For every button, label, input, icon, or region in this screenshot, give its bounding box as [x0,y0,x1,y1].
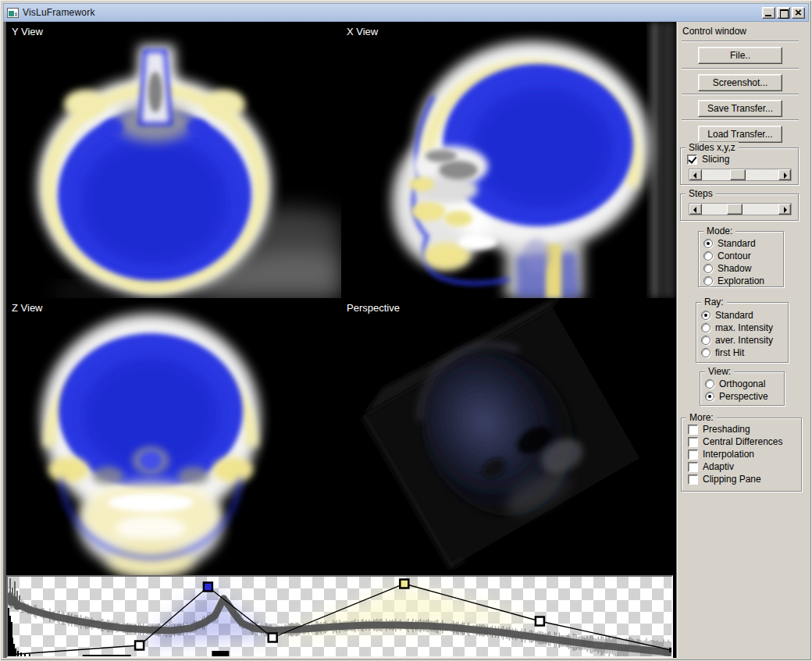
radio-label: Perspective [719,391,768,402]
radio-label: max. Intensity [715,322,773,333]
radio-label: Orthogonal [719,378,765,389]
minimize-button[interactable] [762,7,775,19]
more-option-clipping-pane[interactable]: Clipping Pane [688,474,761,485]
slicing-checkbox[interactable] [687,155,697,165]
view-group-label: View: [705,366,734,377]
x-view-label: X View [347,26,378,37]
checkbox-label: Preshading [703,424,750,435]
ray-option-max-intensity[interactable]: max. Intensity [701,322,773,333]
radio-button[interactable] [703,239,713,248]
steps-scrollbar[interactable] [689,203,792,215]
mode-group-label: Mode: [703,226,735,236]
scroll-left-arrow[interactable] [689,169,702,180]
more-option-preshading[interactable]: Preshading [688,424,750,435]
checkbox[interactable] [688,437,698,447]
separator [682,68,799,69]
file-button[interactable]: File.. [698,47,782,64]
checkbox[interactable] [688,425,698,435]
radio-label: Standard [718,238,756,249]
z-view-viewport[interactable]: Z View [6,298,341,575]
tf-control-point[interactable] [204,583,212,592]
checkbox[interactable] [688,462,698,472]
radio-label: Standard [715,310,753,321]
x-view-viewport[interactable]: X View [341,22,676,298]
scrollbar-thumb[interactable] [730,169,746,180]
app-icon [7,8,19,18]
radio-button[interactable] [705,392,714,401]
screenshot-button[interactable]: Screenshot... [698,74,782,91]
titlebar[interactable]: VisLuFramework [3,3,809,22]
radio-button[interactable] [703,264,713,273]
mode-option-exploration[interactable]: Exploration [703,275,764,286]
slides-scrollbar[interactable] [689,169,792,181]
close-button[interactable] [792,7,805,19]
slicing-checkbox-label: Slicing [702,154,729,165]
radio-label: Exploration [718,275,764,286]
x-view-rendering [341,22,676,298]
load-transfer-button[interactable]: Load Transfer... [698,126,782,143]
checkbox[interactable] [688,474,698,485]
slides-group-label: Slides x,y,z [686,142,739,153]
radio-label: first Hit [715,347,744,358]
slides-group: Slides x,y,z Slicing [680,147,799,185]
ray-option-aver-intensity[interactable]: aver. Intensity [701,335,773,346]
steps-group: Steps [680,194,799,221]
more-option-adaptiv[interactable]: Adaptiv [688,461,734,472]
radio-label: aver. Intensity [715,335,773,346]
panel-title: Control window [682,26,746,37]
separator [682,94,799,95]
radio-button[interactable] [701,348,710,357]
save-transfer-button[interactable]: Save Transfer... [698,100,782,117]
more-option-central-differences[interactable]: Central Differences [688,436,783,447]
mode-group: Mode: Standard Contour Shadow Exploratio… [698,231,784,287]
radio-button[interactable] [701,336,710,345]
radio-button[interactable] [703,251,713,261]
separator [682,41,799,42]
radio-button[interactable] [701,323,710,332]
mode-option-standard[interactable]: Standard [703,238,756,249]
ray-option-first-hit[interactable]: first Hit [701,347,744,358]
view-option-orthogonal[interactable]: Orthogonal [705,378,765,389]
view-option-perspective[interactable]: Perspective [705,391,768,402]
perspective-viewport[interactable]: Perspective [341,298,676,575]
steps-group-label: Steps [686,188,716,199]
scroll-left-arrow[interactable] [689,204,702,215]
checkbox[interactable] [688,450,698,460]
ray-option-standard[interactable]: Standard [701,310,753,321]
more-group: More: Preshading Central Differences Int… [681,418,802,492]
ray-group: Ray: Standard max. Intensity aver. Inten… [696,302,789,363]
y-view-viewport[interactable]: Y View [6,22,341,298]
maximize-button[interactable] [777,7,790,19]
control-panel: Control window File.. Screenshot... Save… [676,22,809,658]
app-window: VisLuFramework Y View [0,0,812,661]
checkbox-label: Interpolation [703,449,754,460]
tf-control-point[interactable] [400,580,408,588]
scrollbar-thumb[interactable] [727,204,743,215]
more-group-label: More: [686,412,717,423]
separator [682,119,799,121]
radio-button[interactable] [703,276,713,286]
tf-control-point[interactable] [536,617,544,626]
scroll-right-arrow[interactable] [778,204,791,215]
scroll-right-arrow[interactable] [778,169,791,180]
slicing-checkbox-row[interactable]: Slicing [687,154,729,165]
z-view-label: Z View [12,302,43,314]
transfer-function-editor[interactable] [6,575,673,658]
checkbox-label: Adaptiv [703,461,734,472]
view-group: View: Orthogonal Perspective [700,371,785,406]
tf-control-point[interactable] [135,641,144,650]
mode-option-shadow[interactable]: Shadow [703,263,751,274]
y-view-label: Y View [12,26,43,37]
mode-option-contour[interactable]: Contour [703,251,751,261]
radio-label: Shadow [718,263,751,274]
radio-button[interactable] [701,311,710,320]
radio-button[interactable] [705,379,714,389]
viewport-area: Y View [3,22,676,658]
window-title: VisLuFramework [23,7,758,18]
scrollbar-track[interactable] [702,204,778,215]
scrollbar-track[interactable] [702,169,778,180]
more-option-interpolation[interactable]: Interpolation [688,449,754,460]
transfer-function-canvas[interactable] [8,577,671,656]
tf-control-point[interactable] [269,634,277,642]
z-view-rendering [6,298,341,575]
